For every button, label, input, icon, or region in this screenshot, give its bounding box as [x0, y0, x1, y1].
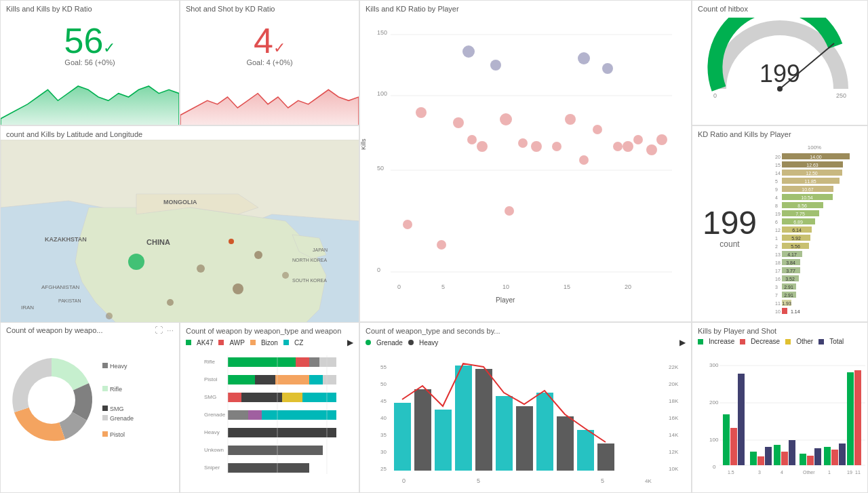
svg-point-27 [578, 52, 590, 64]
expand-icon[interactable]: ⛶ [155, 326, 163, 335]
donut-icons: ⛶ ··· [155, 326, 174, 335]
svg-point-57 [233, 283, 243, 294]
svg-text:Pistol: Pistol [204, 376, 218, 382]
weapon-type-panel: Count of weapon_type and seconds by... G… [359, 322, 692, 493]
grenade-legend-label: Grenade [376, 339, 403, 347]
svg-text:19: 19 [847, 470, 852, 475]
stacked-arrow[interactable]: ▶ [347, 338, 353, 347]
svg-text:11.85: 11.85 [804, 179, 816, 184]
svg-text:4: 4 [781, 470, 783, 475]
hitbox-title: Count of hitbox [692, 1, 867, 14]
svg-text:50: 50 [380, 381, 387, 387]
svg-point-21 [505, 206, 514, 216]
kd-kills-content: 199 count 100% 20 14.00 15 12. [692, 140, 867, 316]
donut-content: Heavy Rifle SMG Grenade Pistol [1, 338, 179, 463]
other-label: Other [796, 338, 813, 345]
svg-point-63 [167, 299, 174, 306]
svg-rect-89 [536, 393, 553, 471]
shot-kd-title: Shot and Shot by KD Ratio [180, 1, 359, 14]
svg-text:Heavy: Heavy [204, 429, 220, 435]
svg-rect-210 [323, 375, 336, 384]
svg-point-61 [282, 272, 289, 279]
kills-shot-title: Kills by Player and Shot [692, 323, 867, 336]
svg-rect-181 [839, 443, 846, 465]
svg-rect-208 [275, 375, 309, 384]
more-icon[interactable]: ··· [167, 326, 174, 335]
svg-text:4K: 4K [645, 478, 652, 484]
svg-rect-82 [394, 403, 411, 471]
hitbox-panel: Count of hitbox 0 250 199 [692, 0, 868, 125]
scatter-chart: 150 100 50 0 Kills 0 5 10 15 20 Player [360, 14, 692, 319]
ak47-label: AK47 [197, 339, 213, 347]
svg-rect-170 [750, 452, 757, 465]
svg-text:5: 5 [441, 283, 445, 290]
svg-text:35: 35 [380, 432, 387, 438]
svg-rect-91 [577, 430, 594, 471]
svg-text:12: 12 [775, 228, 781, 233]
svg-rect-209 [309, 375, 323, 384]
svg-point-33 [633, 135, 643, 144]
pistol-legend-item: Pistol [102, 431, 134, 438]
donut-svg [1, 338, 102, 463]
count-label: count [719, 239, 739, 249]
total-legend [818, 339, 824, 344]
svg-rect-177 [807, 456, 814, 465]
svg-rect-168 [730, 428, 737, 465]
grenade-legend-dot [366, 340, 371, 345]
count-number: 199 [703, 207, 757, 239]
svg-text:3: 3 [775, 285, 778, 290]
scatter-title: Kills and KD Ratio by Player [360, 1, 691, 14]
svg-rect-167 [723, 414, 730, 465]
legend-arrow[interactable]: ▶ [679, 338, 686, 347]
svg-text:150: 150 [377, 29, 387, 36]
ak47-legend [186, 340, 191, 345]
weapon-type-title: Count of weapon_type and seconds by... [360, 323, 691, 336]
total-label: Total [829, 338, 844, 345]
svg-text:12.50: 12.50 [806, 171, 818, 176]
svg-text:50: 50 [377, 165, 384, 172]
svg-text:12.63: 12.63 [806, 163, 818, 167]
svg-rect-182 [847, 372, 854, 465]
svg-text:6: 6 [775, 220, 778, 224]
svg-point-65 [229, 239, 234, 244]
awp-label: AWP [229, 339, 244, 347]
shot-area-chart [180, 75, 359, 125]
kills-shot-chart: 300 200 100 0 [692, 347, 868, 475]
svg-point-62 [197, 264, 205, 273]
svg-rect-213 [282, 393, 302, 402]
increase-legend [698, 339, 703, 344]
svg-text:1.5: 1.5 [728, 470, 734, 475]
svg-text:Kills: Kills [360, 138, 367, 150]
svg-text:0: 0 [713, 464, 716, 470]
svg-text:4: 4 [775, 195, 778, 200]
svg-point-34 [646, 144, 657, 155]
svg-text:JAPAN: JAPAN [313, 248, 328, 252]
awp-legend [218, 340, 224, 345]
svg-rect-84 [435, 410, 452, 471]
shot-goal: Goal: 4 (+0%) [246, 58, 292, 66]
gauge-svg: 0 250 199 [705, 18, 854, 99]
svg-text:10.54: 10.54 [801, 195, 813, 200]
svg-text:17: 17 [775, 269, 781, 273]
svg-text:5: 5 [601, 477, 604, 484]
svg-text:100%: 100% [808, 144, 821, 151]
svg-point-24 [531, 141, 542, 152]
svg-text:19: 19 [775, 212, 781, 216]
svg-text:14K: 14K [669, 432, 679, 438]
weapon-type-legend: Grenade Heavy ▶ [360, 336, 691, 349]
svg-text:4.17: 4.17 [787, 252, 797, 257]
svg-text:Other: Other [803, 470, 815, 475]
svg-point-37 [490, 60, 501, 71]
svg-text:10K: 10K [669, 466, 679, 472]
svg-text:MONGOLIA: MONGOLIA [163, 199, 197, 205]
svg-text:7: 7 [775, 293, 778, 298]
heavy-legend-dot [408, 340, 414, 345]
funnel-svg: 100% 20 14.00 15 12.63 14 12 [767, 142, 867, 316]
svg-text:5.56: 5.56 [791, 244, 800, 249]
donut-legend: Heavy Rifle SMG Grenade Pistol [102, 363, 134, 438]
svg-text:12K: 12K [669, 449, 679, 455]
svg-rect-211 [228, 393, 241, 402]
svg-text:14: 14 [775, 171, 781, 176]
svg-text:5: 5 [477, 477, 480, 484]
rifle-legend-item: Rifle [102, 386, 134, 393]
